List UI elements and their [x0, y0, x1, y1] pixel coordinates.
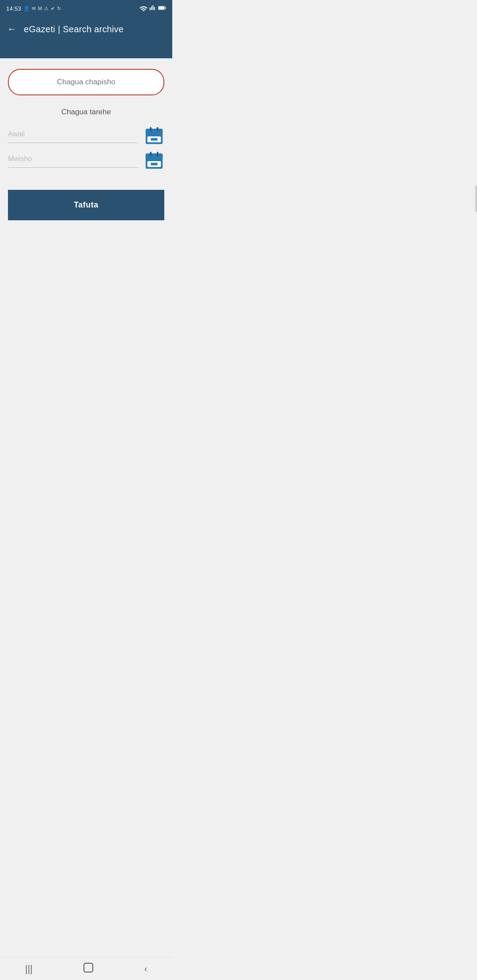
wifi-icon [140, 5, 148, 12]
app-bar-title: eGazeti | Search archive [24, 24, 124, 34]
signal-icon [149, 5, 156, 12]
sub-header [0, 42, 172, 58]
check-circle-icon: ✔ [51, 6, 55, 11]
status-time: 14:53 [6, 5, 21, 12]
warning-icon: ⚠ [44, 6, 49, 11]
status-icons-left: 14:53 👤 ✉ M ⚠ ✔ ↻ [6, 5, 61, 12]
svg-rect-16 [151, 163, 157, 166]
status-bar: 14:53 👤 ✉ M ⚠ ✔ ↻ [0, 0, 172, 16]
date-from-wrapper [8, 128, 138, 143]
back-button[interactable]: ← [7, 23, 17, 35]
date-to-input[interactable] [8, 153, 138, 165]
svg-rect-9 [151, 138, 157, 141]
date-section-title: Chagua tarehe [8, 108, 164, 117]
main-content: Chagua tarehe [0, 58, 172, 229]
svg-rect-12 [146, 156, 163, 158]
date-from-row [8, 125, 164, 146]
calendar-from-icon[interactable] [144, 125, 164, 146]
svg-rect-1 [165, 7, 166, 9]
svg-rect-2 [159, 7, 164, 9]
battery-icon [158, 5, 166, 12]
status-icons-right [140, 5, 166, 12]
svg-rect-15 [157, 152, 159, 156]
svg-rect-7 [150, 127, 151, 132]
date-section: Chagua tarehe [8, 108, 164, 170]
person-icon: 👤 [23, 6, 30, 11]
date-from-input[interactable] [8, 128, 138, 140]
date-to-row [8, 150, 164, 170]
svg-rect-5 [146, 131, 163, 134]
app-bar: ← eGazeti | Search archive [0, 16, 172, 42]
date-to-wrapper [8, 153, 138, 168]
gmail-icon: M [38, 6, 42, 11]
svg-rect-14 [150, 152, 151, 156]
svg-rect-8 [157, 127, 159, 132]
search-button[interactable]: Tafuta [8, 190, 164, 220]
sync-icon: ↻ [57, 6, 61, 11]
publication-input[interactable] [8, 69, 164, 95]
calendar-to-icon[interactable] [144, 150, 164, 170]
mail-icon: ✉ [32, 6, 36, 11]
